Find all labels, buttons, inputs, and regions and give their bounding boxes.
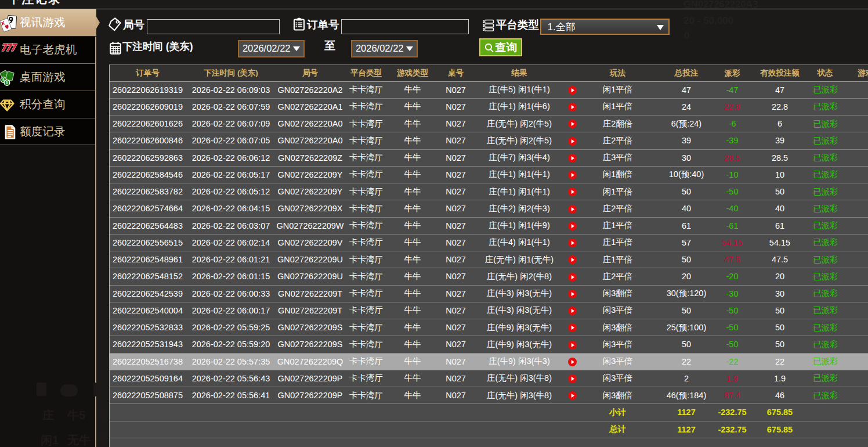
svg-text:0: 0 [6, 81, 8, 85]
